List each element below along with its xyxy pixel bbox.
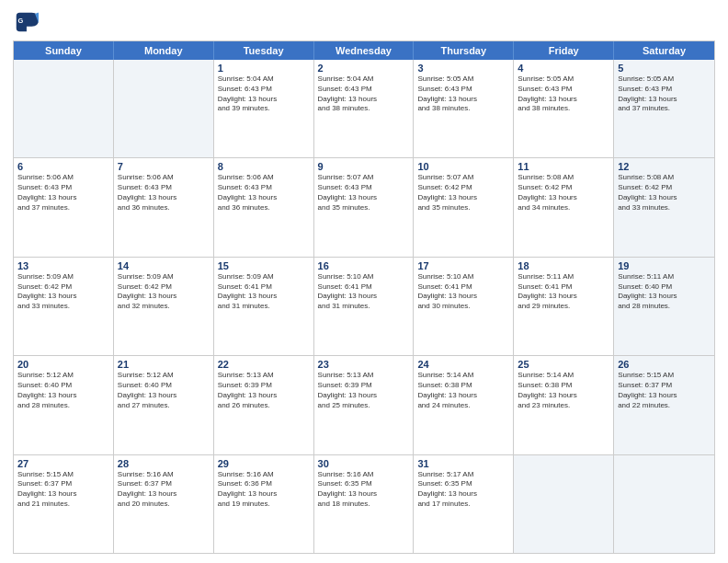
day-info: Sunrise: 5:10 AM Sunset: 6:41 PM Dayligh…: [318, 272, 410, 312]
calendar-cell-day-18: 18Sunrise: 5:11 AM Sunset: 6:41 PM Dayli…: [514, 258, 614, 355]
header-day-thursday: Thursday: [414, 41, 514, 60]
calendar-row-1: 6Sunrise: 5:06 AM Sunset: 6:43 PM Daylig…: [14, 158, 714, 257]
calendar-cell-day-19: 19Sunrise: 5:11 AM Sunset: 6:40 PM Dayli…: [614, 258, 714, 355]
day-info: Sunrise: 5:12 AM Sunset: 6:40 PM Dayligh…: [17, 371, 109, 410]
calendar-cell-day-31: 31Sunrise: 5:17 AM Sunset: 6:35 PM Dayli…: [414, 455, 514, 553]
calendar-cell-day-1: 1Sunrise: 5:04 AM Sunset: 6:43 PM Daylig…: [214, 60, 314, 157]
day-info: Sunrise: 5:16 AM Sunset: 6:37 PM Dayligh…: [118, 470, 210, 510]
calendar-cell-day-24: 24Sunrise: 5:14 AM Sunset: 6:38 PM Dayli…: [414, 356, 514, 454]
calendar-cell-empty: [514, 455, 614, 553]
day-info: Sunrise: 5:06 AM Sunset: 6:43 PM Dayligh…: [17, 173, 109, 213]
day-info: Sunrise: 5:13 AM Sunset: 6:39 PM Dayligh…: [218, 371, 310, 410]
day-info: Sunrise: 5:05 AM Sunset: 6:43 PM Dayligh…: [618, 75, 711, 114]
day-info: Sunrise: 5:04 AM Sunset: 6:43 PM Dayligh…: [218, 75, 310, 114]
calendar-cell-day-29: 29Sunrise: 5:16 AM Sunset: 6:36 PM Dayli…: [214, 455, 314, 553]
day-number: 24: [417, 359, 509, 370]
header-day-monday: Monday: [114, 41, 214, 60]
calendar-row-3: 20Sunrise: 5:12 AM Sunset: 6:40 PM Dayli…: [14, 356, 714, 454]
calendar-cell-day-11: 11Sunrise: 5:08 AM Sunset: 6:42 PM Dayli…: [514, 158, 614, 256]
calendar-body: 1Sunrise: 5:04 AM Sunset: 6:43 PM Daylig…: [14, 60, 714, 553]
header-day-sunday: Sunday: [14, 41, 114, 60]
calendar-cell-empty: [114, 60, 214, 157]
day-number: 18: [518, 260, 609, 271]
svg-text:G: G: [18, 17, 24, 25]
day-number: 6: [17, 161, 109, 172]
calendar-cell-day-5: 5Sunrise: 5:05 AM Sunset: 6:43 PM Daylig…: [614, 60, 714, 157]
calendar-cell-day-27: 27Sunrise: 5:15 AM Sunset: 6:37 PM Dayli…: [14, 455, 114, 553]
day-number: 2: [318, 63, 410, 74]
calendar-row-0: 1Sunrise: 5:04 AM Sunset: 6:43 PM Daylig…: [14, 60, 714, 158]
day-info: Sunrise: 5:13 AM Sunset: 6:39 PM Dayligh…: [318, 371, 410, 410]
day-number: 19: [618, 260, 711, 271]
calendar-row-2: 13Sunrise: 5:09 AM Sunset: 6:42 PM Dayli…: [14, 258, 714, 356]
calendar-cell-day-17: 17Sunrise: 5:10 AM Sunset: 6:41 PM Dayli…: [414, 258, 514, 355]
day-info: Sunrise: 5:05 AM Sunset: 6:43 PM Dayligh…: [417, 75, 509, 114]
day-info: Sunrise: 5:06 AM Sunset: 6:43 PM Dayligh…: [118, 173, 210, 213]
header-day-friday: Friday: [514, 41, 614, 60]
header-day-wednesday: Wednesday: [314, 41, 415, 60]
day-number: 22: [218, 359, 310, 370]
header-day-tuesday: Tuesday: [214, 41, 314, 60]
calendar-cell-day-7: 7Sunrise: 5:06 AM Sunset: 6:43 PM Daylig…: [114, 158, 214, 256]
logo-icon: G: [13, 9, 39, 35]
calendar-cell-empty: [614, 455, 714, 553]
logo: G: [13, 9, 42, 35]
day-info: Sunrise: 5:10 AM Sunset: 6:41 PM Dayligh…: [417, 272, 509, 312]
day-number: 11: [518, 161, 609, 172]
day-number: 26: [618, 359, 711, 370]
day-info: Sunrise: 5:11 AM Sunset: 6:40 PM Dayligh…: [618, 272, 711, 312]
day-info: Sunrise: 5:06 AM Sunset: 6:43 PM Dayligh…: [218, 173, 310, 213]
calendar-cell-day-8: 8Sunrise: 5:06 AM Sunset: 6:43 PM Daylig…: [214, 158, 314, 256]
day-number: 21: [118, 359, 210, 370]
day-number: 9: [318, 161, 410, 172]
calendar-cell-day-22: 22Sunrise: 5:13 AM Sunset: 6:39 PM Dayli…: [214, 356, 314, 454]
day-info: Sunrise: 5:14 AM Sunset: 6:38 PM Dayligh…: [518, 371, 609, 410]
calendar-cell-day-25: 25Sunrise: 5:14 AM Sunset: 6:38 PM Dayli…: [514, 356, 614, 454]
day-number: 4: [518, 63, 609, 74]
calendar-cell-empty: [14, 60, 114, 157]
day-number: 5: [618, 63, 711, 74]
day-info: Sunrise: 5:12 AM Sunset: 6:40 PM Dayligh…: [118, 371, 210, 410]
calendar-cell-day-10: 10Sunrise: 5:07 AM Sunset: 6:42 PM Dayli…: [414, 158, 514, 256]
calendar-cell-day-12: 12Sunrise: 5:08 AM Sunset: 6:42 PM Dayli…: [614, 158, 714, 256]
day-info: Sunrise: 5:15 AM Sunset: 6:37 PM Dayligh…: [618, 371, 711, 410]
page: G SundayMondayTuesdayWednesdayThursdayFr…: [0, 0, 728, 563]
day-number: 1: [218, 63, 310, 74]
day-number: 23: [318, 359, 410, 370]
calendar-cell-day-15: 15Sunrise: 5:09 AM Sunset: 6:41 PM Dayli…: [214, 258, 314, 355]
day-number: 27: [17, 458, 109, 469]
day-info: Sunrise: 5:09 AM Sunset: 6:42 PM Dayligh…: [17, 272, 109, 312]
day-number: 31: [417, 458, 509, 469]
calendar-cell-day-30: 30Sunrise: 5:16 AM Sunset: 6:35 PM Dayli…: [314, 455, 415, 553]
day-info: Sunrise: 5:17 AM Sunset: 6:35 PM Dayligh…: [417, 470, 509, 510]
day-number: 13: [17, 260, 109, 271]
day-info: Sunrise: 5:16 AM Sunset: 6:36 PM Dayligh…: [218, 470, 310, 510]
calendar-cell-day-14: 14Sunrise: 5:09 AM Sunset: 6:42 PM Dayli…: [114, 258, 214, 355]
day-info: Sunrise: 5:07 AM Sunset: 6:42 PM Dayligh…: [417, 173, 509, 213]
day-info: Sunrise: 5:08 AM Sunset: 6:42 PM Dayligh…: [618, 173, 711, 213]
day-info: Sunrise: 5:09 AM Sunset: 6:42 PM Dayligh…: [118, 272, 210, 312]
day-number: 8: [218, 161, 310, 172]
header-day-saturday: Saturday: [614, 41, 714, 60]
header: G: [13, 9, 715, 35]
day-number: 29: [218, 458, 310, 469]
day-info: Sunrise: 5:14 AM Sunset: 6:38 PM Dayligh…: [417, 371, 509, 410]
day-info: Sunrise: 5:09 AM Sunset: 6:41 PM Dayligh…: [218, 272, 310, 312]
calendar-cell-day-20: 20Sunrise: 5:12 AM Sunset: 6:40 PM Dayli…: [14, 356, 114, 454]
calendar-cell-day-26: 26Sunrise: 5:15 AM Sunset: 6:37 PM Dayli…: [614, 356, 714, 454]
day-info: Sunrise: 5:04 AM Sunset: 6:43 PM Dayligh…: [318, 75, 410, 114]
calendar-cell-day-13: 13Sunrise: 5:09 AM Sunset: 6:42 PM Dayli…: [14, 258, 114, 355]
day-info: Sunrise: 5:07 AM Sunset: 6:43 PM Dayligh…: [318, 173, 410, 213]
calendar-cell-day-4: 4Sunrise: 5:05 AM Sunset: 6:43 PM Daylig…: [514, 60, 614, 157]
calendar-cell-day-9: 9Sunrise: 5:07 AM Sunset: 6:43 PM Daylig…: [314, 158, 415, 256]
day-info: Sunrise: 5:08 AM Sunset: 6:42 PM Dayligh…: [518, 173, 609, 213]
calendar-cell-day-16: 16Sunrise: 5:10 AM Sunset: 6:41 PM Dayli…: [314, 258, 415, 355]
calendar-cell-day-2: 2Sunrise: 5:04 AM Sunset: 6:43 PM Daylig…: [314, 60, 415, 157]
day-number: 30: [318, 458, 410, 469]
day-info: Sunrise: 5:11 AM Sunset: 6:41 PM Dayligh…: [518, 272, 609, 312]
day-info: Sunrise: 5:16 AM Sunset: 6:35 PM Dayligh…: [318, 470, 410, 510]
calendar-header: SundayMondayTuesdayWednesdayThursdayFrid…: [14, 41, 714, 60]
day-number: 3: [417, 63, 509, 74]
day-number: 14: [118, 260, 210, 271]
calendar-cell-day-21: 21Sunrise: 5:12 AM Sunset: 6:40 PM Dayli…: [114, 356, 214, 454]
